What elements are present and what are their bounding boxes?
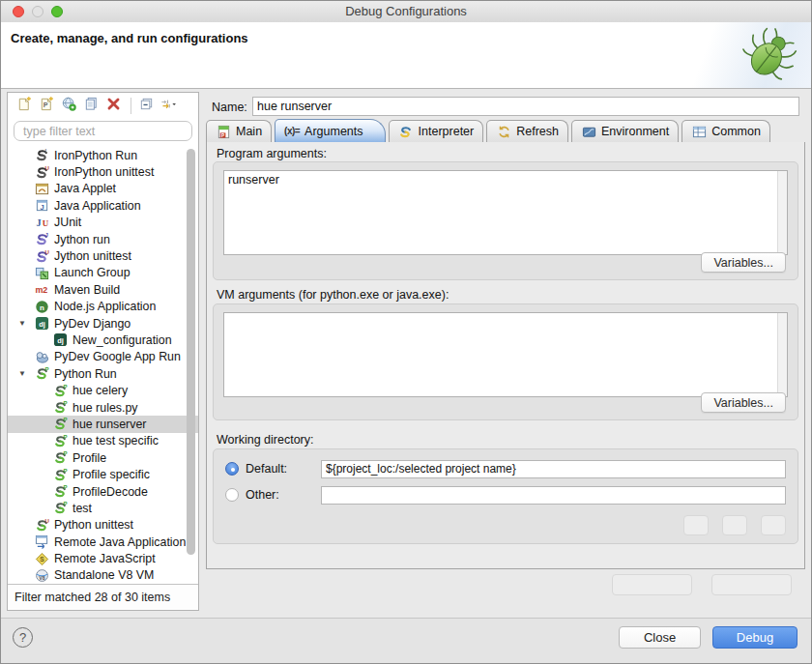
tab[interactable]: (x)= Arguments [275, 119, 385, 142]
other-radio[interactable] [225, 488, 239, 502]
tree-item[interactable]: P Profile specific [8, 466, 198, 482]
python-run-icon: P [52, 484, 69, 500]
tree-item[interactable]: J Jython run [8, 231, 198, 247]
tree-item[interactable]: U Python unittest [8, 517, 198, 534]
tab[interactable]: P Main [206, 120, 272, 142]
tree-item-label: PyDev Google App Run [54, 350, 181, 363]
program-arguments-variables-button[interactable]: Variables... [701, 252, 786, 273]
tree-item[interactable]: dj PyDev Django [8, 315, 198, 332]
collapse-all-button[interactable] [136, 96, 157, 116]
filter-configurations-button[interactable] [159, 96, 179, 116]
svg-text:U: U [43, 218, 49, 228]
tree-item[interactable]: m2 Maven Build [8, 281, 198, 298]
tree-item[interactable]: S Remote JavaScript [8, 550, 198, 566]
tree-item[interactable]: I IronPython Run [8, 147, 198, 163]
title-bar: Debug Configurations [1, 1, 811, 23]
tree-vertical-scrollbar[interactable] [186, 149, 196, 580]
action-button[interactable] [612, 574, 692, 595]
tree-item-label: hue celery [72, 384, 128, 397]
configuration-detail-panel: Name: P Main (x)= Arguments Interpreter … [204, 92, 805, 610]
working-directory-button[interactable] [722, 515, 747, 535]
tab[interactable]: Common [682, 120, 770, 142]
jython-unittest-icon: U [34, 248, 50, 264]
new-prototype-icon: P [39, 96, 55, 116]
export-configurations-button[interactable] [59, 96, 79, 116]
default-radio-label: Default: [246, 462, 305, 476]
tree-item[interactable]: P test [8, 500, 198, 516]
tree-item-label: Jython run [54, 233, 110, 246]
tree-item-label: PyDev Django [54, 317, 130, 331]
program-arguments-textarea[interactable]: runserver [224, 171, 776, 254]
tree-item-label: Jython unittest [54, 249, 131, 263]
tab[interactable]: Interpreter [389, 120, 484, 142]
tree-item[interactable]: P Python Run [8, 365, 198, 382]
tree-item[interactable]: JU JUnit [8, 215, 198, 231]
sidebar-toolbar: P [8, 93, 198, 119]
tree-item[interactable]: P hue celery [8, 382, 198, 398]
program-arguments-group: runserver Variables... [213, 161, 798, 280]
tree-item[interactable]: P Profile [8, 449, 198, 466]
vm-arguments-textarea[interactable] [224, 313, 776, 396]
tree-item[interactable]: Remote Java Application [8, 534, 198, 550]
tree-item-label: IronPython unittest [54, 165, 154, 179]
toolbar-separator [130, 98, 131, 114]
tree-item[interactable]: V8 Standalone V8 VM [8, 567, 198, 584]
vertical-scrollbar-thumb[interactable] [187, 149, 195, 555]
textarea-scrollbar-track[interactable] [777, 171, 787, 254]
vm-arguments-group: Variables... [213, 303, 798, 420]
tree-item[interactable]: U Jython unittest [8, 247, 198, 264]
new-config-icon [16, 96, 33, 116]
tree-item-label: Python unittest [54, 518, 133, 532]
dialog-footer: ? Close Debug [1, 618, 811, 663]
tree-item[interactable]: U IronPython unittest [8, 163, 198, 180]
tree-item[interactable]: P ProfileDecode [8, 483, 198, 500]
working-directory-buttons [683, 515, 786, 535]
vm-arguments-variables-button[interactable]: Variables... [701, 392, 786, 413]
svg-text:P: P [220, 131, 224, 137]
tree-item[interactable]: Launch Group [8, 265, 198, 281]
tree-item[interactable]: P hue test specific [8, 433, 198, 449]
java-applet-icon [34, 181, 50, 196]
tree-item-label: IronPython Run [54, 149, 137, 162]
working-directory-group: Default: Other: [213, 448, 798, 544]
nodejs-application-icon: n [34, 299, 50, 314]
default-directory-row: Default: [225, 459, 786, 478]
close-button[interactable]: Close [619, 626, 701, 649]
ironpython-unittest-icon: U [34, 164, 50, 180]
tree-item[interactable]: PyDev Google App Run [8, 349, 198, 365]
tree-item[interactable]: Java Applet [8, 181, 198, 197]
python-run-icon: P [52, 433, 69, 448]
jython-run-icon: J [34, 232, 50, 247]
tab[interactable]: Refresh [486, 120, 568, 142]
svg-text:I: I [45, 148, 47, 154]
svg-text:P: P [44, 101, 48, 109]
debug-button[interactable]: Debug [712, 626, 798, 649]
remote-javascript-icon: S [34, 551, 50, 566]
new-prototype-button[interactable]: P [37, 96, 57, 116]
default-radio[interactable] [225, 462, 239, 476]
new-configuration-button[interactable] [14, 96, 35, 116]
delete-button[interactable] [103, 96, 124, 116]
tree-item[interactable]: dj New_configuration [8, 332, 198, 348]
tree-item[interactable]: P hue runserver [8, 416, 198, 432]
working-directory-button[interactable] [683, 515, 709, 535]
other-directory-input[interactable] [321, 486, 786, 505]
tree-item-label: Java Application [54, 199, 141, 213]
working-directory-button[interactable] [761, 515, 786, 535]
pydev-django-config-icon: dj [52, 332, 69, 348]
svg-text:P: P [45, 366, 49, 372]
textarea-scrollbar-track[interactable] [777, 313, 787, 396]
action-button[interactable] [711, 574, 792, 595]
filter-input[interactable] [14, 121, 192, 141]
default-directory-input[interactable] [321, 460, 786, 478]
help-button[interactable]: ? [13, 627, 33, 648]
tab[interactable]: Environment [571, 120, 679, 142]
tree-item-label: Maven Build [54, 283, 120, 297]
tree-item[interactable]: n Node.js Application [8, 299, 198, 315]
pydev-google-app-run-icon [34, 349, 50, 364]
duplicate-button[interactable] [81, 96, 102, 116]
tree-item[interactable]: P hue rules.py [8, 399, 198, 416]
configurations-tree: I IronPython Run U IronPython unittest J… [8, 147, 198, 584]
name-input[interactable] [252, 97, 799, 116]
tree-item[interactable]: J Java Application [8, 197, 198, 214]
